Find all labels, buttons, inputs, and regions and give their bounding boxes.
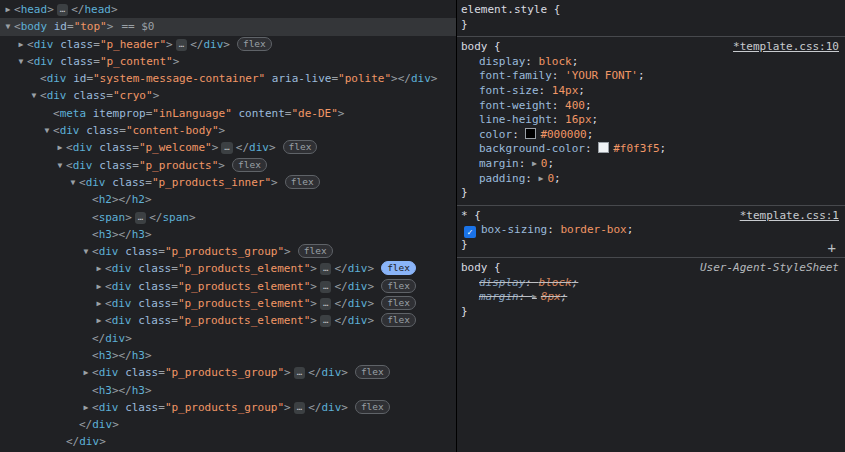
flex-badge[interactable]: flex: [355, 365, 390, 379]
dom-tree-row[interactable]: <span>…</span>: [0, 209, 456, 226]
css-property[interactable]: ✓box-sizing: border-box;: [461, 223, 839, 238]
expand-shorthand-icon[interactable]: ▶: [539, 174, 544, 183]
flex-badge[interactable]: flex: [283, 140, 318, 154]
expand-arrow-icon[interactable]: ▶: [93, 260, 105, 277]
css-property[interactable]: color: #000000;: [461, 128, 839, 143]
collapse-arrow-icon[interactable]: ▼: [80, 243, 92, 260]
inline-expand-button[interactable]: …: [320, 263, 331, 275]
dom-tree-row[interactable]: ▶<div class="p_products_group">…</div>fl…: [0, 399, 456, 416]
collapse-arrow-icon[interactable]: ▼: [2, 18, 14, 35]
dom-tree-row[interactable]: ▶<div class="p_products_element">…</div>…: [0, 312, 456, 329]
property-value[interactable]: #f0f3f5: [613, 142, 659, 155]
dom-tree-row[interactable]: ▼<body id="top">== $0: [0, 18, 456, 35]
property-name[interactable]: color: [479, 128, 512, 141]
dom-tree-row[interactable]: ▶<div class="p_products_element">…</div>…: [0, 295, 456, 312]
stylesheet-source-link[interactable]: User-Agent-StyleSheet: [700, 261, 839, 276]
property-name[interactable]: line-height: [479, 113, 552, 126]
expand-arrow-icon[interactable]: ▶: [15, 36, 27, 53]
css-property[interactable]: background-color: #f0f3f5;: [461, 142, 839, 157]
dom-tree-row[interactable]: </div>: [0, 416, 456, 433]
css-property[interactable]: display: block;: [461, 55, 839, 70]
css-property[interactable]: margin: ▶8px;: [461, 290, 839, 305]
stylesheet-source-link[interactable]: *template.css:1: [740, 209, 839, 224]
dom-tree-row[interactable]: ▼<div class="p_products_group">flex: [0, 243, 456, 260]
property-name[interactable]: font-family: [479, 69, 552, 82]
dom-tree-row[interactable]: ▶<head>…</head>: [0, 1, 456, 18]
new-style-rule-button[interactable]: +: [828, 241, 836, 255]
expand-arrow-icon[interactable]: ▶: [80, 364, 92, 381]
css-property[interactable]: font-family: 'YOUR FONT';: [461, 69, 839, 84]
stylesheet-source-link[interactable]: *template.css:10: [733, 40, 839, 55]
css-property[interactable]: margin: ▶0;: [461, 157, 839, 172]
flex-badge[interactable]: flex: [232, 158, 267, 172]
css-property[interactable]: line-height: 16px;: [461, 113, 839, 128]
property-name[interactable]: box-sizing: [481, 223, 547, 236]
dom-tree-row[interactable]: ▶<div class="p_header">…</div>flex: [0, 36, 456, 53]
inline-expand-button[interactable]: …: [176, 39, 187, 51]
dom-tree-row[interactable]: <div id="system-message-container" aria-…: [0, 70, 456, 87]
rule-selector[interactable]: body: [461, 261, 488, 274]
dom-tree-row[interactable]: ▶<div class="p_products_element">…</div>…: [0, 260, 456, 277]
inline-expand-button[interactable]: …: [294, 367, 305, 379]
inline-expand-button[interactable]: …: [135, 212, 146, 224]
property-value[interactable]: 400: [565, 99, 585, 112]
property-value[interactable]: block: [539, 276, 572, 289]
inline-expand-button[interactable]: …: [320, 315, 331, 327]
inline-expand-button[interactable]: …: [320, 281, 331, 293]
inline-expand-button[interactable]: …: [221, 142, 232, 154]
dom-tree-row[interactable]: ▶<div class="p_products_group">…</div>fl…: [0, 364, 456, 381]
flex-badge[interactable]: flex: [355, 400, 390, 414]
color-swatch[interactable]: [525, 128, 536, 139]
rule-selector[interactable]: *: [461, 209, 468, 222]
dom-tree-row[interactable]: <h3></h3>: [0, 347, 456, 364]
rule-selector[interactable]: element.style: [461, 3, 547, 16]
expand-arrow-icon[interactable]: ▶: [93, 312, 105, 329]
dom-tree-row[interactable]: <h3></h3>: [0, 382, 456, 399]
property-value[interactable]: 14px: [552, 84, 579, 97]
rule-selector[interactable]: body: [461, 40, 488, 53]
inline-expand-button[interactable]: …: [57, 4, 68, 16]
property-value[interactable]: 8px: [541, 290, 561, 303]
expand-arrow-icon[interactable]: ▶: [80, 399, 92, 416]
dom-tree-row[interactable]: ▼<div class="p_content">: [0, 53, 456, 70]
property-name[interactable]: display: [479, 276, 525, 289]
flex-badge[interactable]: flex: [381, 296, 416, 310]
property-name[interactable]: padding: [479, 172, 525, 185]
property-value[interactable]: #000000: [540, 128, 586, 141]
dom-tree-row[interactable]: ▼<div class="cryo">: [0, 87, 456, 104]
property-name[interactable]: background-color: [479, 142, 585, 155]
property-name[interactable]: margin: [479, 157, 519, 170]
dom-tree-row[interactable]: </div>: [0, 433, 456, 450]
css-property[interactable]: font-weight: 400;: [461, 99, 839, 114]
expand-arrow-icon[interactable]: ▶: [93, 295, 105, 312]
inline-expand-button[interactable]: …: [320, 298, 331, 310]
collapse-arrow-icon[interactable]: ▼: [41, 122, 53, 139]
flex-badge[interactable]: flex: [381, 313, 416, 327]
expand-shorthand-icon[interactable]: ▶: [532, 159, 537, 168]
expand-arrow-icon[interactable]: ▶: [93, 278, 105, 295]
css-property[interactable]: display: block;: [461, 276, 839, 291]
collapse-arrow-icon[interactable]: ▼: [54, 157, 66, 174]
property-value[interactable]: 'YOUR FONT': [565, 69, 638, 82]
dom-tree-row[interactable]: <h2></h2>: [0, 191, 456, 208]
property-name[interactable]: display: [479, 55, 525, 68]
dom-tree-row[interactable]: ▼<div class="p_products_inner">flex: [0, 174, 456, 191]
flex-badge[interactable]: flex: [381, 279, 416, 293]
flex-badge[interactable]: flex: [285, 175, 320, 189]
css-property[interactable]: font-size: 14px;: [461, 84, 839, 99]
property-enabled-checkbox[interactable]: ✓: [464, 226, 476, 238]
dom-tree-row[interactable]: ▶<div class="p_welcome">…</div>flex: [0, 139, 456, 156]
property-value[interactable]: border-box: [560, 223, 626, 236]
dom-tree-row[interactable]: <h3></h3>: [0, 226, 456, 243]
dom-tree-row[interactable]: </div>: [0, 330, 456, 347]
collapse-arrow-icon[interactable]: ▼: [28, 87, 40, 104]
dom-tree-row[interactable]: ▼<div class="content-body">: [0, 122, 456, 139]
flex-badge[interactable]: flex: [237, 37, 272, 51]
inline-expand-button[interactable]: …: [294, 402, 305, 414]
expand-arrow-icon[interactable]: ▶: [2, 1, 14, 18]
property-value[interactable]: 16px: [565, 113, 592, 126]
flex-badge[interactable]: flex: [298, 244, 333, 258]
dom-tree-row[interactable]: ▶<div class="p_products_element">…</div>…: [0, 278, 456, 295]
flex-badge[interactable]: flex: [381, 261, 416, 275]
expand-arrow-icon[interactable]: ▶: [54, 139, 66, 156]
